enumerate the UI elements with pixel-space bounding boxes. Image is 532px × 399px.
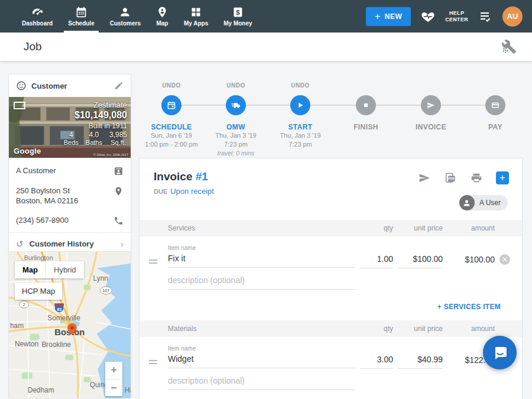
send-invoice-icon[interactable] [418, 171, 431, 184]
add-materials-item-button[interactable]: + MATERIALS ITEM [140, 392, 522, 399]
service-description-input[interactable] [168, 275, 355, 290]
start-step-button[interactable] [290, 95, 310, 115]
zoom-in-button[interactable]: + [105, 362, 122, 379]
service-name-input[interactable] [168, 254, 355, 268]
street-view-toggle-icon[interactable] [14, 102, 25, 109]
undo-start-button[interactable]: UNDO [291, 82, 309, 95]
map-type-map-button[interactable]: Map [15, 261, 46, 278]
step-schedule: UNDO SCHEDULE Sun, Jan 6 '19 1:00 pm - 2… [136, 82, 207, 149]
step-date: Thu, Jan 3 '19 [215, 131, 256, 140]
top-navbar: Dashboard Schedule Customers Map My Apps… [0, 0, 532, 33]
add-services-item-button[interactable]: + SERVICES ITEM [140, 292, 522, 320]
money-icon: $ [232, 6, 244, 18]
customer-address-row: 250 Boylston St Boston, MA 02116 [9, 180, 131, 210]
drag-handle[interactable] [149, 358, 163, 366]
item-name-label: Item name [168, 245, 355, 251]
map-label-lynn: Lynn [93, 274, 108, 283]
assigned-user-pill[interactable]: A User [459, 195, 508, 210]
step-time: 7:23 pm [224, 140, 248, 149]
chat-smile-icon [492, 345, 508, 361]
nav-right-actions: + NEW HELP CENTER AU [366, 7, 532, 27]
invoice-due: DUEUpon receipt [154, 187, 214, 196]
nav-schedule[interactable]: Schedule [60, 0, 102, 33]
map-label-brookline: Brookline [41, 340, 71, 349]
service-unit-price-input[interactable] [398, 254, 443, 268]
help-center-link[interactable]: HELP CENTER [445, 10, 468, 23]
service-description-row [140, 275, 522, 290]
map-label-newton: Newton [15, 340, 38, 348]
svg-text:107: 107 [103, 288, 110, 293]
calendar-icon [166, 100, 177, 111]
map-widget[interactable]: Burlington Lynn Somerville ham Boston Ne… [8, 251, 131, 399]
map-label-hingham: Hi [125, 386, 131, 394]
location-pin-icon[interactable] [113, 186, 124, 196]
activity-list-icon[interactable] [478, 9, 492, 24]
due-value-link[interactable]: Upon receipt [170, 187, 214, 196]
material-unit-price-input[interactable] [398, 355, 443, 369]
service-item-row: Item name $100.00 ✕ [140, 245, 522, 268]
job-workflow-steps: UNDO SCHEDULE Sun, Jan 6 '19 1:00 pm - 2… [139, 82, 523, 156]
job-tools-icon[interactable] [501, 39, 517, 54]
nav-map[interactable]: Map [148, 0, 176, 33]
map-label-somerville: Somerville [47, 314, 80, 322]
nav-customers[interactable]: Customers [102, 0, 148, 33]
help-line2: CENTER [445, 17, 468, 23]
hcp-map-button[interactable]: HCP Map [15, 283, 62, 300]
nav-label: Customers [110, 20, 141, 27]
person-icon [462, 199, 471, 207]
add-invoice-button[interactable]: + [496, 171, 509, 184]
edit-pencil-icon[interactable] [114, 81, 124, 90]
contact-card-icon[interactable] [113, 166, 124, 176]
material-name-input[interactable] [168, 354, 355, 368]
pdf-icon[interactable]: PDF [444, 171, 457, 184]
finish-step-button[interactable] [356, 95, 376, 115]
property-photo[interactable]: Zestimate $10,149,080 Built in 1911 4Bed… [9, 97, 131, 158]
customers-icon [119, 6, 131, 18]
material-description-input[interactable] [168, 376, 355, 390]
stop-icon [361, 100, 371, 111]
nav-label: My Apps [184, 20, 208, 27]
schedule-step-button[interactable] [161, 95, 181, 115]
new-button[interactable]: + NEW [366, 7, 411, 26]
service-amount: $100.00 [447, 255, 495, 264]
nav-dashboard[interactable]: Dashboard [14, 0, 60, 33]
assigned-user-name: A User [479, 199, 501, 207]
health-heart-icon[interactable] [421, 9, 435, 24]
map-label-dedham: Dedham [28, 386, 54, 394]
undo-schedule-button[interactable]: UNDO [162, 82, 180, 95]
property-stats: 4Beds 4.0Baths 3,985Sq.ft. [64, 131, 127, 147]
drag-handle[interactable] [149, 258, 163, 265]
customer-address: 250 Boylston St Boston, MA 02116 [16, 186, 109, 206]
chat-bubble-button[interactable] [483, 336, 517, 369]
services-header-label: Services [168, 224, 355, 232]
remove-service-item-button[interactable]: ✕ [499, 254, 510, 265]
route-shield-93: 93 [54, 303, 64, 313]
customer-phone: (234) 567-8900 [16, 215, 109, 225]
omw-step-button[interactable] [226, 95, 246, 115]
invoice-number: #1 [196, 170, 208, 183]
step-date: Sun, Jan 6 '19 [151, 131, 192, 140]
nav-my-money[interactable]: $ My Money [216, 0, 259, 33]
zillow-copyright: © Zillow, Inc. 2006-2017 [93, 153, 128, 157]
apps-grid-icon [190, 6, 202, 18]
undo-omw-button[interactable]: UNDO [226, 82, 245, 95]
zoom-out-button[interactable]: − [105, 379, 122, 396]
service-qty-input[interactable] [360, 254, 393, 268]
nav-my-apps[interactable]: My Apps [176, 0, 216, 33]
customer-phone-row: (234) 567-8900 [9, 210, 131, 230]
pay-step-button[interactable] [485, 95, 505, 115]
zestimate-value: $10,149,080 [74, 110, 127, 121]
step-time: 7:23 pm [288, 140, 312, 149]
phone-icon[interactable] [113, 216, 124, 226]
print-icon[interactable] [470, 171, 483, 184]
google-watermark: Google [14, 147, 41, 155]
material-qty-input[interactable] [360, 355, 393, 369]
customer-card-title: Customer [31, 82, 109, 90]
step-label: START [288, 123, 312, 131]
invoice-step-button[interactable] [421, 95, 441, 115]
step-label: OMW [226, 123, 245, 131]
user-avatar[interactable]: AU [502, 7, 523, 27]
amount-column-header: amount [447, 325, 495, 333]
map-type-hybrid-button[interactable]: Hybrid [46, 261, 84, 278]
invoice-title: Invoice #1 [154, 170, 208, 183]
